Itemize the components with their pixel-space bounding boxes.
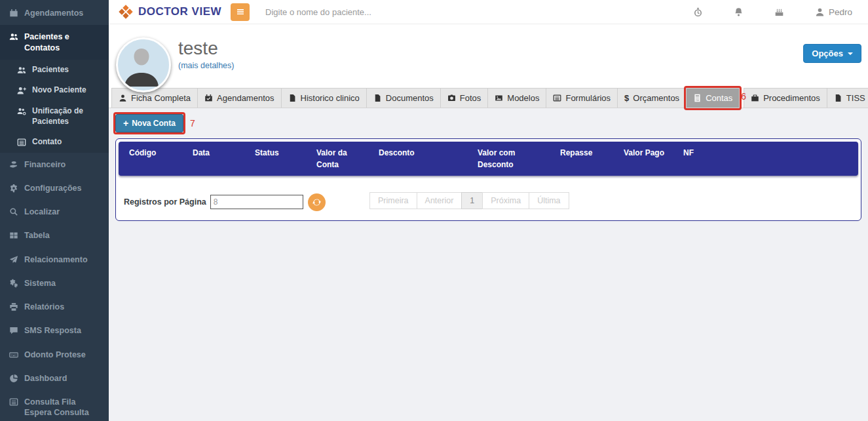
tab-label: Procedimentos <box>763 93 820 103</box>
column-header-valor-com-desconto: Valor com Desconto <box>467 142 550 176</box>
patient-header: teste (mais detalhes) Opções <box>109 24 868 87</box>
sidebar-item-pacientes[interactable]: Pacientes <box>0 60 109 81</box>
caret-down-icon <box>848 52 853 55</box>
tab-tiss[interactable]: TISS <box>827 88 868 108</box>
sidebar-item-label: Relatórios <box>24 302 64 312</box>
sidebar-item-agendamentos[interactable]: Agendamentos <box>0 1 109 25</box>
form-icon <box>553 94 561 102</box>
sidebar-item-label: Agendamentos <box>24 8 83 18</box>
tab-label: Fotos <box>460 93 481 103</box>
sidebar-submenu: Pacientes Novo Paciente Unificação de Pa… <box>0 60 109 153</box>
pie-chart-icon <box>9 374 18 383</box>
tab-label: Historico clinico <box>301 93 360 103</box>
tab-fotos[interactable]: Fotos <box>440 88 489 108</box>
sidebar-item-label: Dashboard <box>24 373 67 384</box>
column-header-valor-da-conta: Valor da Conta <box>306 142 368 176</box>
tab-label: Formulários <box>565 93 611 103</box>
annotation-marker-7: 7 <box>190 119 195 128</box>
user-icon <box>815 7 825 17</box>
column-header-desconto: Desconto <box>368 142 467 176</box>
new-account-button[interactable]: + Nova Conta <box>115 114 183 132</box>
tab-label: Documentos <box>386 93 434 103</box>
sidebar-item-pacientes-e-contatos[interactable]: Pacientes e Contatos <box>0 25 109 60</box>
user-menu[interactable]: Pedro <box>815 7 852 17</box>
sidebar-item-novo-paciente[interactable]: Novo Paciente <box>0 80 109 101</box>
refresh-icon <box>312 197 322 207</box>
records-per-page-label: Registros por Página <box>124 197 206 207</box>
tab-orcamentos[interactable]: $ Orçamentos <box>617 88 687 108</box>
tab-modelos[interactable]: Modelos <box>487 88 546 108</box>
options-button[interactable]: Opções <box>803 44 861 63</box>
sidebar-item-label: Financeiro <box>24 159 66 170</box>
plus-icon: + <box>123 120 128 127</box>
options-button-label: Opções <box>812 49 843 58</box>
comment-icon <box>9 326 18 335</box>
sidebar-item-contato[interactable]: Contato <box>0 132 109 153</box>
more-details-link[interactable]: (mais detalhes) <box>178 61 234 70</box>
stopwatch-icon[interactable] <box>693 7 703 17</box>
sidebar-item-consulta-fila-espera[interactable]: Consulta Fila Espera Consulta <box>0 390 109 421</box>
sidebar-item-label: Localizar <box>24 207 60 217</box>
topbar-actions: Pedro <box>693 7 868 17</box>
sidebar-toggle-button[interactable] <box>231 3 250 21</box>
tab-historico-clinico[interactable]: Historico clinico <box>281 88 367 108</box>
brand-name: DOCTOR VIEW <box>138 5 221 18</box>
sidebar-item-tabela[interactable]: Tabela <box>0 224 109 247</box>
tab-label: TISS <box>846 93 865 103</box>
tab-documentos[interactable]: Documentos <box>366 88 441 108</box>
tab-ficha-completa[interactable]: Ficha Completa <box>111 88 198 108</box>
search-icon <box>9 207 18 216</box>
sidebar-item-localizar[interactable]: Localizar <box>0 200 109 224</box>
user-name: Pedro <box>829 7 852 17</box>
column-header-status: Status <box>244 142 306 176</box>
pagination-next-button[interactable]: Próxima <box>482 192 529 209</box>
tab-contas[interactable]: Contas <box>686 88 740 108</box>
sidebar-item-unificacao-de-pacientes[interactable]: Unificação de Pacientes <box>0 101 109 132</box>
sidebar: Agendamentos Pacientes e Contatos Pacien… <box>0 0 109 421</box>
sidebar-item-label: Pacientes <box>32 65 69 75</box>
sidebar-item-relacionamento[interactable]: Relacionamento <box>0 248 109 271</box>
sidebar-item-odonto-protese[interactable]: Odonto Protese <box>0 343 109 367</box>
tab-label: Modelos <box>507 93 539 103</box>
patient-tabs: Ficha Completa Agendamentos Historico cl… <box>109 87 868 108</box>
pagination-first-button[interactable]: Primeira <box>369 192 417 209</box>
users-icon <box>9 32 18 41</box>
tab-procedimentos[interactable]: Procedimentos <box>744 88 827 108</box>
sidebar-item-configuracoes[interactable]: Configurações <box>0 176 109 200</box>
calendar-icon <box>9 9 18 18</box>
sidebar-item-label: Novo Paciente <box>32 85 86 96</box>
column-header-nf: NF <box>673 142 858 176</box>
sidebar-item-dashboard[interactable]: Dashboard <box>0 367 109 390</box>
tab-agendamentos[interactable]: Agendamentos <box>197 88 281 108</box>
sidebar-item-relatorios[interactable]: Relatórios <box>0 295 109 319</box>
records-per-page-input[interactable] <box>210 195 303 209</box>
refresh-button[interactable] <box>308 193 326 211</box>
doctor-view-logo-icon <box>118 4 134 20</box>
sidebar-item-label: SMS Resposta <box>24 325 81 336</box>
file-icon <box>834 94 842 102</box>
patient-avatar <box>116 37 171 92</box>
pagination-last-button[interactable]: Última <box>529 192 569 209</box>
pagination-prev-button[interactable]: Anterior <box>417 192 462 209</box>
sidebar-item-sms-resposta[interactable]: SMS Resposta <box>0 319 109 342</box>
brand-logo[interactable]: DOCTOR VIEW <box>109 4 221 20</box>
patient-name: teste <box>178 39 868 59</box>
main-area: teste (mais detalhes) Opções Ficha Compl… <box>109 24 868 421</box>
sidebar-item-label: Contato <box>32 137 62 148</box>
image-icon <box>495 94 503 102</box>
birthday-cake-icon[interactable] <box>774 7 784 17</box>
pagination-page-1-button[interactable]: 1 <box>461 192 483 209</box>
keyboard-icon <box>9 350 18 359</box>
users-icon <box>17 66 26 75</box>
sidebar-item-financeiro[interactable]: Financeiro <box>0 153 109 176</box>
column-header-codigo: Código <box>119 142 182 176</box>
tab-label: Orçamentos <box>633 93 679 103</box>
accounts-content: + Nova Conta 7 Código Data Status Valor … <box>109 108 868 421</box>
column-header-repasse: Repasse <box>550 142 613 176</box>
tab-formularios[interactable]: Formulários <box>546 88 618 108</box>
patient-search-input[interactable] <box>264 7 437 18</box>
sidebar-item-sistema[interactable]: Sistema <box>0 271 109 295</box>
hamburger-icon <box>235 7 246 17</box>
bell-icon[interactable] <box>734 7 744 17</box>
new-account-button-label: Nova Conta <box>132 119 176 128</box>
